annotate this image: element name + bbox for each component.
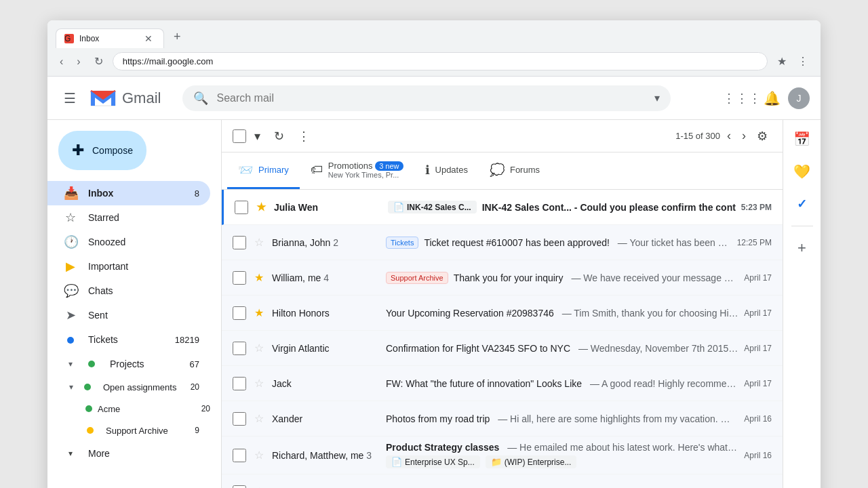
attachment-icon: 📄	[393, 202, 404, 212]
email-attachment: 📄 Enterprise UX Sp...	[386, 455, 480, 468]
email-attachment: 📁 (WIP) Enterprise...	[486, 455, 577, 468]
more-icon: ▾	[64, 449, 77, 458]
email-sender: Brianna, John 2	[272, 237, 380, 248]
tab-primary[interactable]: 📨 Primary	[227, 152, 300, 189]
browser-menu-button[interactable]: ⋮	[793, 52, 812, 70]
star-icon[interactable]: ★	[254, 306, 264, 319]
tab-forums[interactable]: 💭 Forums	[479, 152, 551, 189]
email-sender: William, me 4	[272, 272, 380, 283]
inbox-label: Inbox	[88, 188, 184, 199]
browser-tab-gmail[interactable]: G Inbox ✕	[56, 28, 164, 48]
email-checkbox[interactable]	[233, 271, 246, 285]
browser-chrome: G Inbox ✕ + ‹ › ↻ https://mail.google.co…	[47, 20, 821, 77]
email-row[interactable]: ☆ Xander Photos from my road trip — Hi a…	[222, 401, 783, 436]
new-tab-button[interactable]: +	[167, 26, 188, 48]
acme-label: Acme	[98, 404, 201, 414]
select-dropdown-button[interactable]: ▾	[249, 125, 266, 148]
email-checkbox[interactable]	[233, 377, 246, 390]
notifications-button[interactable]: 🔔	[758, 85, 785, 112]
email-checkbox[interactable]	[233, 449, 246, 462]
star-icon[interactable]: ★	[256, 201, 266, 214]
email-row[interactable]: ★ Hilton Honors Your Upcoming Reservatio…	[222, 296, 783, 331]
star-icon[interactable]: ☆	[254, 449, 264, 462]
sidebar-item-more[interactable]: ▾ More	[47, 441, 210, 466]
sidebar-item-starred[interactable]: ☆ Starred	[47, 205, 210, 230]
google-tasks-button[interactable]: ✓	[789, 190, 816, 218]
address-bar[interactable]: https://mail.google.com	[113, 52, 768, 70]
star-icon[interactable]: ☆	[254, 485, 264, 488]
email-checkbox[interactable]	[233, 412, 246, 426]
email-checkbox[interactable]	[233, 485, 246, 489]
sidebar-item-sent[interactable]: ➤ Sent	[47, 303, 210, 327]
sent-label: Sent	[88, 310, 199, 321]
pagination-next-button[interactable]: ›	[738, 125, 750, 147]
google-keep-button[interactable]: 💛	[789, 158, 816, 185]
star-icon[interactable]: ☆	[254, 342, 264, 354]
email-row[interactable]: ☆ Jack FW: What "the future of innovatio…	[222, 366, 783, 401]
sidebar-item-acme[interactable]: Acme 20	[47, 398, 210, 420]
tab-close-button[interactable]: ✕	[144, 33, 153, 44]
google-calendar-button[interactable]: 📅	[789, 125, 816, 152]
sidebar-item-important[interactable]: ▶ Important	[47, 254, 210, 279]
email-checkbox[interactable]	[233, 342, 246, 355]
email-row[interactable]: ☆ Brianna, John 2 Tickets Ticket request…	[222, 225, 783, 260]
refresh-button[interactable]: ↻	[269, 125, 290, 148]
hamburger-menu-button[interactable]: ☰	[58, 85, 81, 112]
nav-back-button[interactable]: ‹	[56, 53, 67, 70]
email-row[interactable]: ☆ Richard, Matthew, me 3 Product Strateg…	[222, 436, 783, 474]
chats-label: Chats	[88, 285, 199, 296]
nav-forward-button[interactable]: ›	[73, 53, 84, 70]
sidebar-item-inbox[interactable]: 📥 Inbox 8	[47, 181, 210, 205]
email-subject: Ticket request #610007 has been approved…	[424, 237, 609, 248]
apps-button[interactable]: ⋮⋮⋮	[728, 85, 755, 112]
sidebar-item-support-archive[interactable]: Support Archive 9	[47, 420, 210, 441]
avatar[interactable]: J	[788, 87, 810, 109]
browser-window: G Inbox ✕ + ‹ › ↻ https://mail.google.co…	[47, 20, 821, 488]
sidebar-item-open-assignments[interactable]: ▾ Open assignments 20	[47, 376, 210, 398]
sidebar-item-chats[interactable]: 💬 Chats	[47, 279, 210, 303]
more-options-icon: ⋮	[298, 129, 310, 144]
nav-refresh-button[interactable]: ↻	[90, 52, 107, 70]
search-area: 🔍 ▾	[182, 85, 671, 111]
support-archive-label: Support Archive	[106, 426, 186, 436]
more-options-button[interactable]: ⋮	[292, 125, 315, 148]
star-icon[interactable]: ☆	[254, 412, 264, 425]
inbox-badge: 8	[195, 188, 199, 199]
email-checkbox[interactable]	[235, 201, 248, 214]
tab-promotions[interactable]: 🏷 Promotions 3 new New York Times, Pr...	[300, 152, 414, 189]
email-row[interactable]: ★ William, me 4 Support Archive Thank yo…	[222, 260, 783, 296]
compose-button[interactable]: ✚ Compose	[58, 131, 146, 170]
email-row[interactable]: ★ Julia Wen 📄 INK-42 Sales C... INK-42 S…	[222, 190, 783, 225]
chats-icon: 💬	[64, 283, 77, 298]
sidebar-item-projects[interactable]: ▾ Projects 67	[47, 352, 210, 376]
email-time: April 17	[744, 379, 772, 388]
sidebar-item-snoozed[interactable]: 🕐 Snoozed	[47, 230, 210, 254]
bookmark-button[interactable]: ★	[773, 52, 791, 70]
browser-action-buttons: ★ ⋮	[773, 52, 812, 70]
main-content: ▾ ↻ ⋮ 1-15 of 300 ‹ ›	[221, 120, 783, 488]
select-all-checkbox[interactable]	[233, 129, 246, 143]
projects-dot	[88, 361, 95, 367]
tab-updates[interactable]: ℹ Updates	[414, 152, 479, 189]
email-row[interactable]: ☆ Virgin Atlantic Confirmation for Fligh…	[222, 331, 783, 366]
email-time: April 16	[744, 451, 772, 460]
email-checkbox[interactable]	[233, 306, 246, 320]
promotions-tab-label: Promotions	[328, 161, 373, 171]
star-icon[interactable]: ★	[254, 271, 264, 284]
search-dropdown-button[interactable]: ▾	[654, 92, 660, 104]
sidebar-item-tickets[interactable]: Tickets 18219	[47, 327, 210, 352]
settings-button[interactable]: ⚙	[753, 125, 772, 148]
gmail-app: ☰ Gmail 🔍 ▾ ⋮⋮⋮	[47, 77, 821, 488]
star-icon[interactable]: ☆	[254, 236, 264, 249]
email-subject: Product Strategy classes	[386, 442, 499, 453]
email-label-tag: Tickets	[386, 237, 418, 249]
gmail-logo: Gmail	[90, 88, 161, 108]
email-checkbox[interactable]	[233, 236, 246, 249]
search-input[interactable]	[216, 92, 646, 104]
pagination-prev-button[interactable]: ‹	[723, 125, 735, 147]
email-row[interactable]: ☆ Peter, Shalini 2 Business trip — Hi, I…	[222, 474, 783, 488]
star-icon[interactable]: ☆	[254, 377, 264, 390]
email-sender: Jack	[272, 378, 380, 389]
email-content-with-attachments: Product Strategy classes — He emailed me…	[386, 442, 738, 468]
add-addon-button[interactable]: +	[789, 235, 816, 262]
